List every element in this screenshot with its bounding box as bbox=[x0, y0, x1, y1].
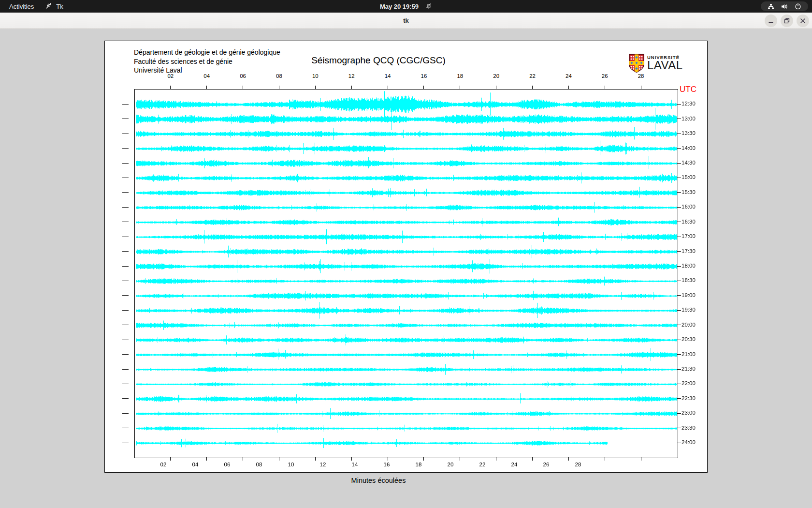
plot-frame bbox=[134, 89, 678, 458]
clock-menu-button[interactable]: May 20 19:59 bbox=[380, 0, 432, 13]
x-tick-label-top: 10 bbox=[312, 73, 319, 79]
trace-time-label: 18:30 bbox=[682, 277, 696, 283]
trace-time-label: 16:30 bbox=[682, 219, 696, 224]
trace-tick-left bbox=[122, 222, 129, 222]
trace-time-label: 19:30 bbox=[682, 307, 696, 313]
trace-time-label: 21:30 bbox=[682, 366, 696, 372]
trace-tick-right bbox=[677, 251, 681, 252]
clock-label: May 20 19:59 bbox=[380, 3, 419, 10]
screen: Activities Tk May 20 19:59 bbox=[0, 0, 812, 508]
trace-tick-right bbox=[677, 222, 681, 222]
trace-time-label: 23:30 bbox=[682, 425, 696, 431]
x-tick-top bbox=[279, 86, 279, 89]
utc-axis-label: UTC bbox=[680, 85, 696, 94]
trace-time-label: 23:00 bbox=[682, 410, 696, 416]
x-tick-label-top: 14 bbox=[385, 73, 391, 79]
x-tick-label-top: 28 bbox=[638, 73, 644, 79]
x-tick-top bbox=[641, 86, 641, 89]
x-tick-label-bottom: 24 bbox=[511, 462, 518, 467]
x-tick-top bbox=[568, 86, 569, 89]
trace-tick-left bbox=[122, 251, 129, 252]
x-tick-bottom bbox=[568, 457, 569, 461]
x-tick-label-bottom: 12 bbox=[320, 462, 326, 467]
trace-tick-right bbox=[677, 104, 681, 105]
trace-tick-left bbox=[122, 428, 129, 428]
window-title: tk bbox=[0, 13, 812, 29]
x-tick-label-bottom: 04 bbox=[192, 462, 199, 467]
x-tick-bottom bbox=[496, 457, 496, 461]
close-button[interactable] bbox=[797, 15, 809, 27]
x-tick-bottom bbox=[243, 457, 243, 461]
notifications-muted-icon bbox=[425, 2, 432, 11]
focused-app-label: Tk bbox=[56, 3, 63, 10]
trace-tick-left bbox=[122, 207, 129, 208]
trace-time-label: 14:00 bbox=[682, 145, 696, 151]
trace-tick-left bbox=[122, 281, 129, 281]
maximize-button[interactable] bbox=[781, 15, 793, 27]
volume-icon bbox=[781, 3, 788, 10]
x-tick-bottom bbox=[279, 457, 279, 461]
trace-tick-right bbox=[677, 325, 681, 325]
x-tick-label-bottom: 08 bbox=[256, 462, 262, 467]
desktop-background: Département de géologie et de génie géol… bbox=[0, 29, 812, 508]
x-tick-label-top: 20 bbox=[493, 73, 499, 79]
x-tick-label-top: 12 bbox=[348, 73, 355, 79]
x-tick-bottom bbox=[605, 457, 605, 461]
trace-tick-left bbox=[122, 310, 129, 311]
trace-tick-right bbox=[677, 266, 681, 267]
top-bar: Activities Tk May 20 19:59 bbox=[0, 0, 812, 13]
plot-title: Séismographe QCQ (CGC/GSC) bbox=[311, 55, 446, 66]
trace-time-label: 16:00 bbox=[682, 204, 696, 209]
tk-feather-icon bbox=[45, 2, 53, 11]
trace-tick-left bbox=[122, 413, 129, 414]
x-tick-label-bottom: 18 bbox=[416, 462, 422, 467]
trace-tick-right bbox=[677, 295, 681, 296]
x-tick-bottom bbox=[351, 457, 352, 461]
trace-tick-left bbox=[122, 237, 129, 237]
minimize-icon bbox=[768, 18, 774, 24]
minimize-button[interactable] bbox=[765, 15, 777, 27]
x-tick-label-top: 04 bbox=[203, 73, 210, 79]
x-tick-top bbox=[243, 86, 243, 89]
trace-tick-right bbox=[677, 237, 681, 237]
x-tick-top bbox=[315, 86, 316, 89]
x-tick-top bbox=[605, 86, 605, 89]
trace-tick-left bbox=[122, 340, 129, 340]
x-tick-top bbox=[423, 86, 424, 89]
x-axis-title: Minutes écoulées bbox=[351, 477, 406, 484]
trace-time-label: 22:00 bbox=[682, 380, 696, 386]
trace-time-label: 17:30 bbox=[682, 248, 696, 254]
system-status-menu[interactable] bbox=[761, 1, 808, 11]
universite-laval-logo: UNIVERSITÉ LAVAL bbox=[628, 54, 683, 75]
x-tick-label-top: 08 bbox=[276, 73, 282, 79]
x-tick-top bbox=[351, 86, 352, 89]
trace-time-label: 18:00 bbox=[682, 263, 696, 269]
trace-time-label: 19:00 bbox=[682, 292, 696, 298]
x-tick-label-top: 16 bbox=[421, 73, 427, 79]
trace-tick-right bbox=[677, 369, 681, 370]
x-tick-label-bottom: 22 bbox=[479, 462, 486, 467]
trace-time-label: 13:00 bbox=[682, 116, 696, 121]
x-tick-label-top: 22 bbox=[529, 73, 536, 79]
activities-button[interactable]: Activities bbox=[9, 3, 34, 10]
trace-tick-right bbox=[677, 281, 681, 281]
trace-time-label: 24:00 bbox=[682, 439, 696, 445]
trace-tick-left bbox=[122, 354, 129, 355]
x-tick-label-bottom: 02 bbox=[160, 462, 167, 467]
trace-tick-left bbox=[122, 398, 129, 399]
trace-tick-left bbox=[122, 266, 129, 267]
trace-tick-left bbox=[122, 178, 129, 178]
x-tick-label-bottom: 10 bbox=[288, 462, 294, 467]
trace-time-label: 12:30 bbox=[682, 101, 696, 106]
focused-app-menu[interactable]: Tk bbox=[45, 2, 63, 11]
x-tick-bottom bbox=[206, 457, 207, 461]
x-tick-label-bottom: 26 bbox=[543, 462, 550, 467]
trace-tick-left bbox=[122, 119, 129, 119]
x-tick-label-bottom: 14 bbox=[352, 462, 358, 467]
trace-time-label: 13:30 bbox=[682, 130, 696, 136]
x-tick-bottom bbox=[641, 457, 641, 461]
seismograph-canvas: Département de géologie et de génie géol… bbox=[104, 41, 708, 473]
trace-time-label: 20:30 bbox=[682, 336, 696, 342]
x-tick-label-top: 26 bbox=[602, 73, 608, 79]
logo-laval-text: LAVAL bbox=[647, 60, 683, 71]
